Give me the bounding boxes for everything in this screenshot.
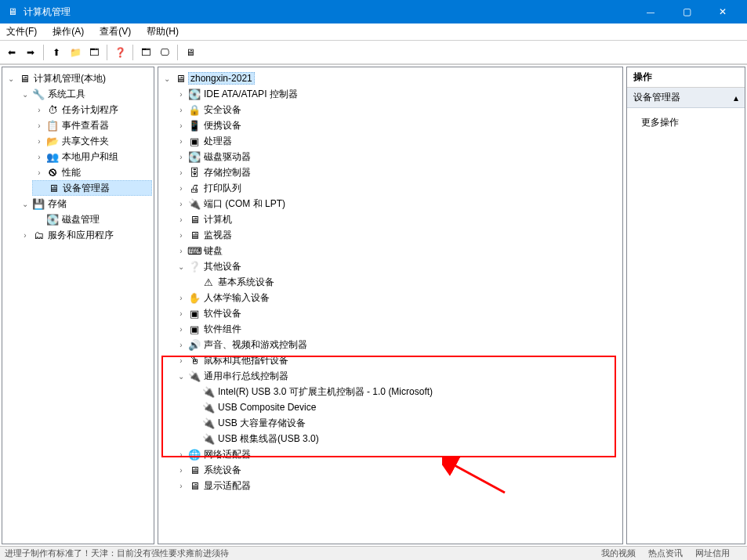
chevron-right-icon[interactable]	[176, 308, 187, 319]
toolbar-help-button[interactable]: ❓	[111, 44, 129, 61]
toolbar-show-pane-button[interactable]: 🗔	[85, 44, 103, 61]
chevron-right-icon[interactable]	[176, 214, 187, 225]
nav-item[interactable]: 📋事件查看器	[32, 117, 152, 133]
menu-file[interactable]: 文件(F)	[3, 23, 40, 40]
menu-action[interactable]: 操作(A)	[49, 23, 87, 40]
device-category[interactable]: 🖥系统设备	[174, 462, 621, 478]
device-icon: 💽	[188, 88, 201, 100]
toolbar-btn-a[interactable]: 🗔	[137, 44, 154, 61]
action-more[interactable]: 更多操作	[641, 116, 731, 129]
chevron-right-icon[interactable]	[176, 355, 187, 366]
toolbar-up-button[interactable]: ⬆	[48, 44, 65, 61]
titlebar[interactable]: 🖥 计算机管理	[0, 0, 747, 23]
chevron-right-icon[interactable]	[176, 464, 187, 475]
nav-item[interactable]: 🛇性能	[32, 164, 152, 180]
chevron-right-icon[interactable]	[176, 120, 187, 131]
chevron-right-icon[interactable]	[176, 323, 187, 334]
chevron-right-icon[interactable]	[34, 104, 45, 115]
chevron-right-icon[interactable]	[176, 245, 187, 256]
chevron-right-icon[interactable]	[34, 167, 45, 178]
minimize-button[interactable]	[633, 0, 669, 23]
nav-item[interactable]: ⏱任务计划程序	[32, 102, 152, 117]
toolbar-btn-c[interactable]: 🖥	[182, 44, 199, 61]
device-category[interactable]: 🌐网络适配器	[174, 446, 621, 462]
status-link[interactable]: 我的视频	[601, 547, 636, 559]
device-root[interactable]: 🖥 zhongxin-2021	[160, 70, 621, 86]
chevron-down-icon[interactable]	[20, 89, 31, 99]
chevron-icon: ▴	[734, 92, 738, 103]
chevron-right-icon[interactable]	[176, 89, 187, 99]
toolbar-btn-b[interactable]: 🖵	[156, 44, 173, 61]
status-text: 进理子制作有标准了！天津：目前没有强性要求雍前进须待	[5, 547, 229, 559]
nav-item[interactable]: 📂共享文件夹	[32, 133, 152, 149]
device-usb-item[interactable]: 🔌USB 大容量存储设备	[188, 415, 621, 431]
device-label: 监视器	[202, 229, 234, 242]
status-link[interactable]: 热点资讯	[648, 547, 683, 559]
chevron-right-icon[interactable]	[176, 229, 187, 240]
expander-none	[34, 182, 45, 193]
chevron-right-icon[interactable]	[34, 151, 45, 162]
device-category[interactable]: 🖥监视器	[174, 227, 621, 243]
chevron-right-icon[interactable]	[176, 104, 187, 115]
device-category[interactable]: ▣软件组件	[174, 321, 621, 337]
device-label: 便携设备	[202, 119, 243, 132]
nav-disk-mgmt[interactable]: 💽 磁盘管理	[32, 211, 152, 227]
device-category[interactable]: 🗄存储控制器	[174, 164, 621, 180]
toolbar-properties-button[interactable]: 📁	[67, 44, 84, 61]
toolbar-forward-button[interactable]: ➡	[22, 44, 39, 61]
menu-help[interactable]: 帮助(H)	[143, 23, 182, 40]
window-title: 计算机管理	[24, 5, 71, 19]
device-category[interactable]: 🔒安全设备	[174, 102, 621, 117]
maximize-button[interactable]	[669, 0, 705, 23]
device-other[interactable]: ❔ 其他设备	[174, 258, 621, 274]
status-link[interactable]: 网址信用	[695, 547, 730, 559]
device-category[interactable]: 💽磁盘驱动器	[174, 149, 621, 164]
device-category[interactable]: 🖥计算机	[174, 211, 621, 227]
device-category[interactable]: 📱便携设备	[174, 117, 621, 133]
toolbar-back-button[interactable]: ⬅	[3, 44, 20, 61]
device-category[interactable]: 🖥显示适配器	[174, 478, 621, 493]
chevron-down-icon[interactable]	[5, 73, 16, 84]
device-category[interactable]: 🖨打印队列	[174, 180, 621, 196]
chevron-right-icon[interactable]	[176, 167, 187, 178]
chevron-down-icon[interactable]	[176, 370, 187, 381]
nav-system-tools[interactable]: 🔧 系统工具	[18, 86, 152, 102]
chevron-down-icon[interactable]	[176, 261, 187, 272]
chevron-right-icon[interactable]	[176, 151, 187, 162]
close-button[interactable]	[705, 0, 741, 23]
chevron-right-icon[interactable]	[34, 120, 45, 131]
chevron-right-icon[interactable]	[34, 135, 45, 146]
device-usb-item[interactable]: 🔌USB 根集线器(USB 3.0)	[188, 431, 621, 446]
device-usb-controllers[interactable]: 🔌 通用串行总线控制器	[174, 368, 621, 384]
device-label: 设备管理器	[61, 182, 111, 195]
chevron-right-icon[interactable]	[176, 339, 187, 350]
nav-item[interactable]: 🖥设备管理器	[32, 180, 152, 196]
device-category[interactable]: ▣软件设备	[174, 305, 621, 321]
chevron-down-icon[interactable]	[161, 73, 172, 84]
device-category[interactable]: 💽IDE ATA/ATAPI 控制器	[174, 86, 621, 102]
menu-view[interactable]: 查看(V)	[96, 23, 134, 40]
chevron-right-icon[interactable]	[20, 229, 31, 240]
chevron-down-icon[interactable]	[20, 198, 31, 209]
chevron-right-icon[interactable]	[176, 182, 187, 193]
device-category[interactable]: 🖱鼠标和其他指针设备	[174, 352, 621, 368]
device-other-item[interactable]: ⚠ 基本系统设备	[188, 274, 621, 290]
device-category[interactable]: 🔊声音、视频和游戏控制器	[174, 337, 621, 352]
nav-item[interactable]: 👥本地用户和组	[32, 149, 152, 164]
expander-none	[34, 214, 45, 225]
nav-root[interactable]: 🖥 计算机管理(本地)	[4, 70, 152, 86]
nav-storage[interactable]: 💾 存储	[18, 196, 152, 211]
device-category[interactable]: 🔌端口 (COM 和 LPT)	[174, 196, 621, 211]
device-category[interactable]: ▣处理器	[174, 133, 621, 149]
chevron-right-icon[interactable]	[176, 292, 187, 303]
device-usb-item[interactable]: 🔌USB Composite Device	[188, 399, 621, 415]
chevron-right-icon[interactable]	[176, 198, 187, 209]
device-usb-item[interactable]: 🔌Intel(R) USB 3.0 可扩展主机控制器 - 1.0 (Micros…	[188, 384, 621, 399]
chevron-right-icon[interactable]	[176, 135, 187, 146]
chevron-right-icon[interactable]	[176, 480, 187, 491]
unknown-icon: ❔	[188, 260, 201, 273]
device-category[interactable]: ⌨键盘	[174, 243, 621, 258]
chevron-right-icon[interactable]	[176, 449, 187, 460]
nav-services[interactable]: 🗂 服务和应用程序	[18, 227, 152, 243]
device-category[interactable]: ✋人体学输入设备	[174, 290, 621, 305]
